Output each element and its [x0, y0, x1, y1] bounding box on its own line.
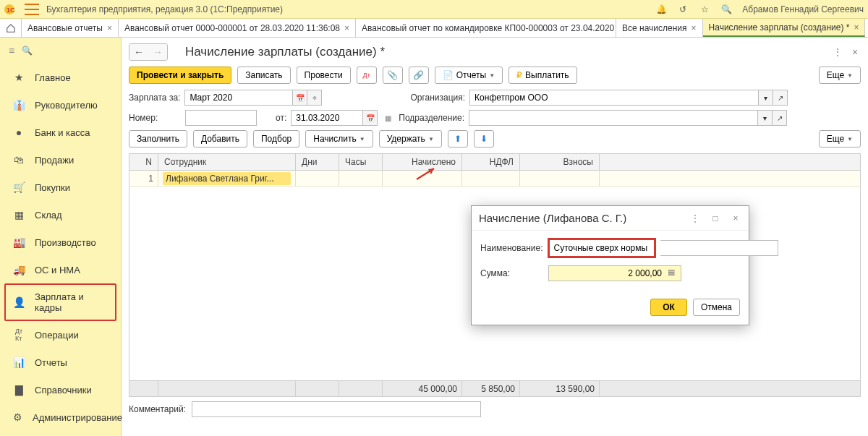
close-icon[interactable]: ×: [692, 23, 697, 33]
sidebar-item-manager[interactable]: 👔Руководителю: [0, 91, 121, 119]
sidebar-item-catalogs[interactable]: ▇Справочники: [0, 376, 121, 403]
spinner-icon[interactable]: ÷: [307, 90, 322, 106]
month-field[interactable]: [184, 90, 293, 106]
move-up-button[interactable]: ⬆: [448, 130, 468, 148]
date-field[interactable]: [291, 110, 363, 126]
lock-icon[interactable]: ▦: [385, 114, 391, 122]
open-icon[interactable]: ↗: [773, 110, 787, 126]
sidebar-item-main[interactable]: ★Главное: [0, 64, 121, 91]
table-row[interactable]: 1 Лифанова Светлана Григ...: [129, 171, 860, 187]
kebab-icon[interactable]: ⋮: [832, 46, 843, 58]
link-button[interactable]: 🔗: [409, 67, 429, 84]
ok-button[interactable]: ОК: [650, 299, 687, 316]
open-icon[interactable]: ↗: [773, 90, 788, 106]
content-area: ← → Начисление зарплаты (создание) * ⋮ ×…: [122, 38, 868, 436]
name-field[interactable]: [550, 240, 654, 256]
cell-employee: Лифанова Светлана Григ...: [158, 171, 296, 186]
add-button[interactable]: Добавить: [193, 130, 247, 148]
search-icon[interactable]: 🔍: [720, 4, 732, 15]
home-tab[interactable]: [0, 19, 22, 37]
sidebar-search-icon[interactable]: 🔍: [22, 46, 33, 56]
calendar-icon[interactable]: 📅: [293, 90, 307, 106]
dept-field[interactable]: [469, 110, 758, 126]
col-hours[interactable]: Часы: [339, 154, 383, 170]
close-icon[interactable]: ×: [849, 46, 861, 58]
org-field[interactable]: [469, 90, 759, 106]
calendar-icon[interactable]: 📅: [363, 110, 378, 126]
user-name[interactable]: Абрамов Геннадий Сергеевич: [742, 4, 864, 14]
tab-item[interactable]: Авансовые отчеты×: [22, 19, 119, 37]
sidebar-item-operations[interactable]: ДтКтОперации: [0, 321, 121, 349]
sidebar-item-admin[interactable]: ⚙Администрирование: [0, 403, 121, 431]
col-contrib[interactable]: Взносы: [520, 154, 600, 170]
more-button[interactable]: Еще ▼: [819, 67, 861, 84]
kebab-icon[interactable]: ⋮: [689, 213, 701, 224]
dtkt-button[interactable]: Дт: [357, 67, 377, 84]
deduct-button[interactable]: Удержать ▼: [379, 130, 442, 148]
sidebar-item-label: Администрирование: [33, 412, 122, 423]
pick-button[interactable]: Подбор: [253, 130, 299, 148]
sidebar-item-label: Руководителю: [35, 100, 98, 111]
tab-item[interactable]: Авансовый отчет по командировке КП00-000…: [356, 19, 616, 37]
sidebar-item-warehouse[interactable]: ▦Склад: [0, 201, 121, 228]
post-close-button[interactable]: Провести и закрыть: [129, 67, 231, 84]
dropdown-icon[interactable]: ▾: [758, 110, 773, 126]
cell-n: 1: [129, 171, 158, 186]
bell-icon[interactable]: 🔔: [655, 4, 667, 15]
accrue-button[interactable]: Начислить ▼: [305, 130, 373, 148]
maximize-icon[interactable]: □: [710, 213, 721, 224]
post-button[interactable]: Провести: [297, 67, 351, 84]
col-ndfl[interactable]: НДФЛ: [462, 154, 520, 170]
dropdown-icon[interactable]: ▾: [759, 90, 773, 106]
number-field[interactable]: [185, 110, 257, 126]
tab-item-active[interactable]: Начисление зарплаты (создание) *×: [703, 19, 866, 37]
bag-icon: 🛍: [13, 154, 25, 166]
menu-icon[interactable]: [25, 4, 39, 15]
close-icon[interactable]: ×: [344, 23, 349, 33]
sidebar-item-assets[interactable]: 🚚ОС и НМА: [0, 256, 121, 283]
calculator-icon[interactable]: ▦: [668, 268, 679, 279]
forward-button[interactable]: →: [148, 44, 167, 60]
sidebar-item-purchases[interactable]: 🛒Покупки: [0, 174, 121, 201]
btn-label: Выплатить: [525, 70, 569, 80]
sidebar-item-sales[interactable]: 🛍Продажи: [0, 146, 121, 174]
pay-button[interactable]: ₽ Выплатить: [509, 67, 577, 84]
logo-1c: 1C: [4, 2, 22, 17]
close-icon[interactable]: ×: [730, 213, 741, 224]
app-title: Бухгалтерия предприятия, редакция 3.0 (1…: [46, 4, 655, 14]
close-icon[interactable]: ×: [854, 22, 859, 33]
tab-item[interactable]: Все начисления×: [616, 19, 703, 37]
truck-icon: 🚚: [13, 264, 25, 275]
app-header: 1C Бухгалтерия предприятия, редакция 3.0…: [0, 0, 868, 19]
history-icon[interactable]: ↺: [677, 4, 689, 15]
sidebar-item-reports[interactable]: 📊Отчеты: [0, 349, 121, 376]
col-accrued[interactable]: Начислено: [383, 154, 462, 170]
tab-item[interactable]: Авансовый отчет 0000-000001 от 28.03.202…: [119, 19, 356, 37]
reports-button[interactable]: 📄 Отчеты ▼: [435, 67, 503, 84]
col-n[interactable]: N: [129, 154, 158, 170]
col-days[interactable]: Дни: [296, 154, 339, 170]
cell-hours: [339, 171, 383, 186]
fill-button[interactable]: Заполнить: [129, 130, 187, 148]
back-button[interactable]: ←: [129, 44, 148, 60]
star-icon[interactable]: ☆: [699, 4, 710, 15]
cancel-button[interactable]: Отмена: [693, 299, 740, 316]
sidebar-item-salary[interactable]: 👤Зарплата и кадры: [4, 283, 116, 321]
table-footer: 45 000,00 5 850,00 13 590,00: [129, 380, 860, 396]
sidebar-item-bank[interactable]: ●Банк и касса: [0, 119, 121, 146]
sidebar-menu-icon[interactable]: ≡: [9, 45, 14, 56]
save-button[interactable]: Записать: [237, 67, 290, 84]
move-down-button[interactable]: ⬇: [474, 130, 494, 148]
attach-button[interactable]: 📎: [383, 67, 403, 84]
sidebar-item-production[interactable]: 🏭Производство: [0, 228, 121, 256]
person-icon: 👤: [13, 296, 25, 308]
name-field-ext[interactable]: [660, 240, 778, 256]
sidebar-item-label: ОС и НМА: [35, 265, 80, 275]
close-icon[interactable]: ×: [107, 23, 112, 33]
table-more-button[interactable]: Еще ▼: [819, 130, 861, 148]
comment-field[interactable]: [192, 401, 481, 417]
sidebar: ≡ 🔍 ★Главное 👔Руководителю ●Банк и касса…: [0, 38, 122, 436]
sum-field[interactable]: [548, 265, 681, 281]
dialog-title: Начисление (Лифанова С. Г.): [479, 212, 689, 224]
col-employee[interactable]: Сотрудник: [158, 154, 296, 170]
